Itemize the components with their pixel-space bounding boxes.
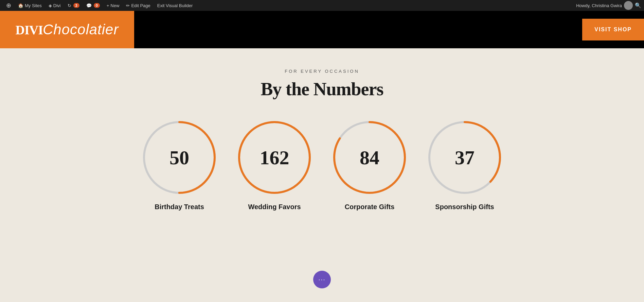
counter-label: Corporate Gifts bbox=[345, 203, 395, 211]
main-content: FOR EVERY OCCASION By the Numbers 50 Bir… bbox=[0, 48, 644, 302]
circle-container: 162 bbox=[237, 120, 312, 195]
counter-number: 84 bbox=[360, 146, 379, 169]
comments-button[interactable]: 💬 0 bbox=[83, 0, 103, 11]
logo: DIVI Chocolatier bbox=[16, 21, 119, 38]
howdy-text: Howdy, Christina Gwira bbox=[576, 3, 622, 8]
exit-vb-label: Exit Visual Builder bbox=[157, 3, 193, 8]
counter-label: Sponsorship Gifts bbox=[435, 203, 494, 211]
counter-label: Birthday Treats bbox=[155, 203, 204, 211]
avatar bbox=[624, 1, 633, 10]
logo-area: DIVI Chocolatier bbox=[0, 11, 134, 48]
floating-action-button[interactable]: ··· bbox=[313, 271, 331, 288]
logo-divi: DIVI bbox=[16, 22, 43, 37]
counter-item: 37 Sponsorship Gifts bbox=[427, 120, 502, 211]
new-button[interactable]: + New bbox=[103, 0, 123, 11]
logo-chocolatier: Chocolatier bbox=[43, 21, 119, 38]
site-header: DIVI Chocolatier VISIT SHOP bbox=[0, 11, 644, 48]
search-icon[interactable]: 🔍 bbox=[635, 2, 641, 9]
edit-page-button[interactable]: ✏ Edit Page bbox=[123, 0, 154, 11]
counter-number: 162 bbox=[260, 146, 289, 169]
counter-item: 162 Wedding Favors bbox=[237, 120, 312, 211]
counters-row: 50 Birthday Treats 162 Wedding Favors 84… bbox=[142, 120, 502, 211]
updates-icon: ↻ bbox=[68, 3, 71, 8]
updates-button[interactable]: ↻ 3 bbox=[64, 0, 83, 11]
counter-item: 84 Corporate Gifts bbox=[332, 120, 407, 211]
comments-icon: 💬 bbox=[86, 3, 92, 8]
counter-item: 50 Birthday Treats bbox=[142, 120, 217, 211]
divi-icon: ◈ bbox=[49, 3, 52, 8]
edit-page-label: Edit Page bbox=[131, 3, 150, 8]
my-sites-icon: 🏠 bbox=[18, 3, 23, 8]
divi-button[interactable]: ◈ Divi bbox=[45, 0, 64, 11]
new-label: New bbox=[110, 3, 119, 8]
admin-bar-right: Howdy, Christina Gwira 🔍 bbox=[576, 1, 641, 10]
comments-badge: 0 bbox=[94, 3, 100, 8]
my-sites-label: My Sites bbox=[25, 3, 42, 8]
circle-container: 50 bbox=[142, 120, 217, 195]
admin-bar: ⊕ 🏠 My Sites ◈ Divi ↻ 3 💬 0 + New ✏ Edit… bbox=[0, 0, 644, 11]
edit-icon: ✏ bbox=[126, 3, 130, 8]
counter-label: Wedding Favors bbox=[248, 203, 301, 211]
divi-label: Divi bbox=[53, 3, 61, 8]
counter-number: 50 bbox=[169, 146, 189, 169]
ellipsis-icon: ··· bbox=[318, 276, 325, 283]
exit-vb-button[interactable]: Exit Visual Builder bbox=[154, 0, 196, 11]
circle-container: 37 bbox=[427, 120, 502, 195]
visit-shop-button[interactable]: VISIT SHOP bbox=[582, 19, 644, 40]
my-sites-button[interactable]: 🏠 My Sites bbox=[15, 0, 45, 11]
wp-logo-icon: ⊕ bbox=[6, 2, 11, 9]
counter-number: 37 bbox=[455, 146, 475, 169]
section-label: FOR EVERY OCCASION bbox=[285, 69, 359, 74]
updates-badge: 3 bbox=[73, 3, 79, 8]
section-title: By the Numbers bbox=[261, 79, 383, 100]
wp-logo-button[interactable]: ⊕ bbox=[3, 0, 15, 11]
circle-container: 84 bbox=[332, 120, 407, 195]
plus-icon: + bbox=[107, 3, 109, 8]
